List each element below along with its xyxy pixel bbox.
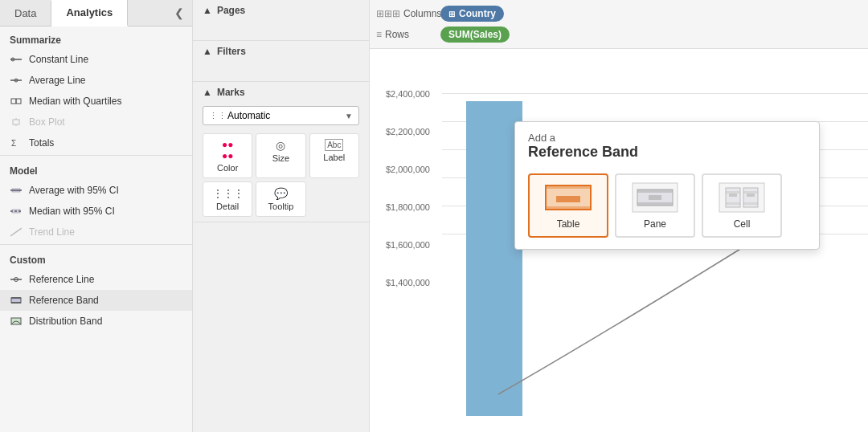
median-quartiles-icon (10, 95, 23, 108)
pages-chevron: ▲ (203, 5, 212, 16)
y-label-6: $1,400,000 (378, 278, 430, 287)
marks-label: Marks (217, 87, 245, 98)
svg-rect-36 (726, 191, 740, 194)
y-label-1: $2,400,000 (378, 89, 430, 99)
median-95ci-item[interactable]: Median with 95% CI (0, 201, 192, 222)
marks-panel: ▲ Marks ⋮⋮ Automatic Bar Line Area Circl… (193, 82, 369, 222)
marks-type-arrow: ▼ (345, 112, 353, 120)
avg-95ci-item[interactable]: Average with 95% CI (0, 180, 192, 201)
svg-rect-28 (637, 190, 673, 193)
pages-header[interactable]: ▲ Pages (193, 0, 369, 21)
totals-icon: Σ (10, 137, 23, 149)
tooltip-label: Tooltip (268, 202, 294, 211)
detail-button[interactable]: ⋮⋮⋮ Detail (203, 181, 252, 217)
label-button[interactable]: Abc Label (309, 133, 359, 178)
popup-option-table[interactable]: Table (528, 173, 608, 238)
popup-option-table-preview (544, 181, 592, 214)
marks-chevron: ▲ (203, 87, 212, 98)
popup-header: Add a Reference Band (515, 122, 819, 167)
rows-icon: ≡ (376, 29, 382, 40)
popup-card: Add a Reference Band (514, 121, 820, 250)
trend-line-item: Trend Line (0, 222, 192, 242)
size-button[interactable]: ◎ Size (256, 133, 305, 178)
average-line-item[interactable]: Average Line (0, 70, 192, 91)
reference-line-item[interactable]: Reference Line (0, 269, 192, 290)
popup-option-pane-preview (631, 181, 679, 214)
marks-type-wrapper: ⋮⋮ Automatic Bar Line Area Circle Square… (203, 106, 359, 125)
reference-band-item[interactable]: Reference Band (0, 290, 192, 311)
filters-accordion: ▲ Filters (193, 41, 369, 82)
rows-shelf: ≡ Rows SUM(Sales) (376, 24, 862, 45)
popup-title: Reference Band (528, 144, 806, 161)
constant-line-item[interactable]: Constant Line (0, 49, 192, 70)
popup-option-pane-label: Pane (644, 218, 666, 230)
color-icon: ●●●● (222, 139, 234, 161)
color-label: Color (217, 163, 238, 173)
shelf-area: ⊞⊞⊞ Columns ⊞ Country ≡ Rows SUM(Sales) (370, 0, 868, 49)
columns-shelf: ⊞⊞⊞ Columns ⊞ Country (376, 3, 862, 24)
popup-option-table-label: Table (557, 218, 580, 230)
sales-pill[interactable]: SUM(Sales) (440, 26, 510, 43)
model-section-title: Model (0, 157, 192, 180)
filters-label: Filters (217, 46, 246, 57)
y-label-3: $2,000,000 (378, 165, 430, 174)
box-plot-item: Box Plot (0, 112, 192, 132)
tooltip-button[interactable]: 💬 Tooltip (256, 181, 305, 217)
tooltip-icon: 💬 (274, 187, 288, 200)
svg-rect-38 (726, 202, 740, 205)
average-line-icon (10, 74, 23, 87)
popup-option-cell[interactable]: Cell (702, 173, 782, 238)
size-icon: ◎ (276, 139, 285, 152)
country-pill-icon: ⊞ (448, 10, 455, 18)
totals-item[interactable]: Σ Totals (0, 132, 192, 153)
collapse-button[interactable]: ❮ (166, 2, 192, 24)
label-icon: Abc (325, 139, 343, 151)
box-plot-icon (10, 116, 23, 128)
svg-rect-37 (743, 191, 758, 194)
marks-type-section: ⋮⋮ Automatic Bar Line Area Circle Square… (193, 103, 369, 128)
columns-icon: ⊞⊞⊞ (376, 8, 400, 19)
median-quartiles-item[interactable]: Median with Quartiles (0, 91, 192, 112)
detail-label: Detail (216, 202, 239, 211)
svg-rect-25 (546, 206, 591, 210)
svg-rect-39 (743, 202, 758, 205)
y-label-4: $1,800,000 (378, 202, 430, 212)
size-label: Size (272, 153, 289, 163)
label-label: Label (323, 153, 345, 162)
reference-band-icon (10, 294, 23, 307)
y-label-2: $2,200,000 (378, 127, 430, 137)
pages-label: Pages (217, 5, 245, 16)
svg-rect-24 (546, 185, 591, 189)
svg-rect-23 (556, 196, 580, 202)
middle-panel: ▲ Pages ▲ Filters ▲ Marks ⋮⋮ (193, 0, 370, 432)
constant-line-icon (10, 53, 23, 66)
filters-content (193, 62, 369, 81)
tab-data[interactable]: Data (0, 1, 51, 26)
svg-rect-30 (649, 195, 661, 200)
svg-rect-34 (729, 194, 737, 197)
svg-rect-6 (13, 120, 19, 124)
popup-option-cell-preview (718, 181, 766, 214)
svg-rect-29 (637, 202, 673, 206)
grid-line-1 (442, 93, 868, 94)
avg-95ci-icon (10, 184, 23, 197)
marks-header[interactable]: ▲ Marks (193, 82, 369, 103)
detail-icon: ⋮⋮⋮ (212, 187, 244, 200)
country-pill[interactable]: ⊞ Country (440, 6, 504, 22)
filters-header[interactable]: ▲ Filters (193, 41, 369, 62)
distribution-band-item[interactable]: Distribution Band (0, 311, 192, 332)
median-95ci-icon (10, 205, 23, 218)
columns-label: ⊞⊞⊞ Columns (376, 8, 440, 19)
popup-option-pane[interactable]: Pane (615, 173, 695, 238)
popup-options: Table Pane (515, 167, 819, 249)
distribution-band-icon (10, 315, 23, 328)
viz-area: $2,400,000 $2,200,000 $2,000,000 $1,800,… (370, 49, 868, 432)
color-button[interactable]: ●●●● Color (203, 133, 252, 178)
y-label-5: $1,600,000 (378, 240, 430, 250)
right-panel: ⊞⊞⊞ Columns ⊞ Country ≡ Rows SUM(Sales) (370, 0, 868, 432)
tab-analytics[interactable]: Analytics (51, 0, 128, 26)
trend-line-icon (10, 226, 23, 238)
svg-rect-17 (11, 298, 21, 303)
reference-line-icon (10, 273, 23, 286)
popup-option-cell-label: Cell (734, 218, 751, 230)
